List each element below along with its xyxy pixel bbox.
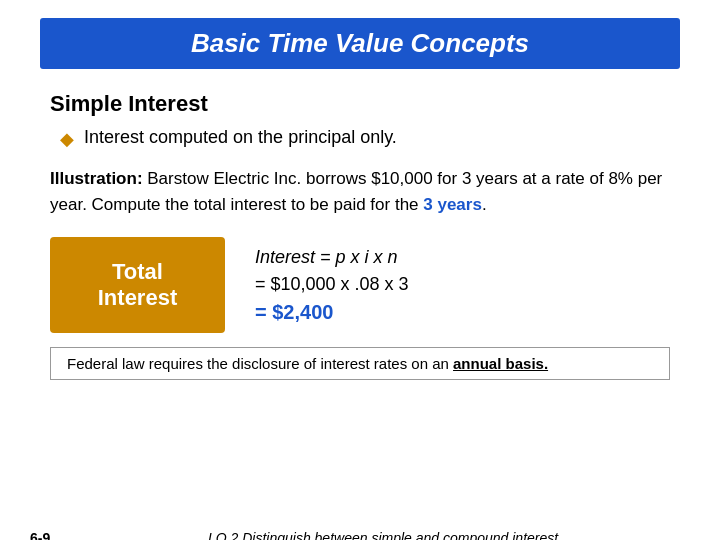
lo-text: LO 2 Distinguish between simple and comp… bbox=[80, 530, 690, 540]
formula-line-3: = $2,400 bbox=[255, 301, 409, 324]
formula-line-2: = $10,000 x .08 x 3 bbox=[255, 274, 409, 295]
illustration-period: . bbox=[482, 195, 487, 214]
formula-row: TotalInterest Interest = p x i x n = $10… bbox=[50, 237, 670, 334]
title-bar: Basic Time Value Concepts bbox=[40, 18, 680, 69]
footer: 6-9 LO 2 Distinguish between simple and … bbox=[0, 530, 720, 540]
illustration-paragraph: Illustration: Barstow Electric Inc. borr… bbox=[50, 166, 670, 219]
bullet-text: Interest computed on the principal only. bbox=[84, 127, 397, 148]
illustration-label: Illustration: bbox=[50, 169, 143, 188]
formula-lines: Interest = p x i x n = $10,000 x .08 x 3… bbox=[255, 247, 409, 324]
total-interest-label: TotalInterest bbox=[98, 259, 177, 312]
illustration-body: Barstow Electric Inc. borrows $10,000 fo… bbox=[50, 169, 662, 214]
slide-container: Basic Time Value Concepts Simple Interes… bbox=[0, 18, 720, 540]
bullet-diamond-icon: ◆ bbox=[60, 128, 74, 150]
illustration-bold: 3 years bbox=[423, 195, 482, 214]
note-bold: annual basis. bbox=[453, 355, 548, 372]
bullet-row: ◆ Interest computed on the principal onl… bbox=[50, 127, 670, 150]
content-area: Simple Interest ◆ Interest computed on t… bbox=[0, 69, 720, 380]
note-text: Federal law requires the disclosure of i… bbox=[67, 355, 453, 372]
section-heading: Simple Interest bbox=[50, 91, 670, 117]
formula-line-1: Interest = p x i x n bbox=[255, 247, 409, 268]
total-interest-box: TotalInterest bbox=[50, 237, 225, 334]
note-box: Federal law requires the disclosure of i… bbox=[50, 347, 670, 380]
slide-title: Basic Time Value Concepts bbox=[60, 28, 660, 59]
slide-number: 6-9 bbox=[30, 530, 80, 540]
